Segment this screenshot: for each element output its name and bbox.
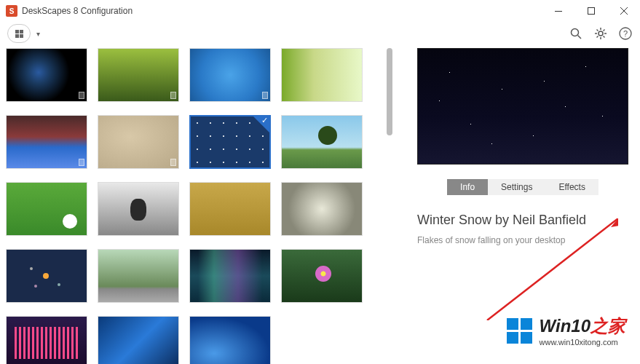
window-title: DeskScapes 8 Configuration	[22, 6, 542, 16]
wallpaper-thumb[interactable]	[6, 182, 87, 236]
wallpaper-thumb[interactable]	[98, 182, 179, 236]
wallpaper-thumb[interactable]	[281, 249, 363, 303]
svg-rect-1	[588, 8, 594, 15]
tab-info[interactable]: Info	[447, 179, 488, 195]
wallpaper-thumb[interactable]	[189, 249, 271, 303]
wallpaper-thumb[interactable]	[281, 115, 363, 169]
tab-settings[interactable]: Settings	[488, 179, 545, 195]
detail-tabs: Info Settings Effects	[417, 179, 628, 195]
svg-line-5	[578, 36, 582, 39]
close-button[interactable]	[607, 0, 640, 22]
wallpaper-thumb[interactable]	[189, 182, 271, 236]
check-icon	[253, 116, 269, 132]
wallpaper-thumb[interactable]	[98, 115, 179, 169]
window-controls	[542, 0, 640, 22]
wallpaper-description: Flakes of snow falling on your desktop	[417, 235, 628, 245]
svg-rect-0	[555, 11, 562, 12]
wallpaper-thumb[interactable]	[98, 48, 179, 102]
wallpaper-thumb[interactable]	[98, 316, 179, 364]
svg-line-13	[597, 36, 598, 38]
titlebar: S DeskScapes 8 Configuration	[0, 0, 640, 22]
gear-icon[interactable]	[593, 26, 608, 41]
wallpaper-thumb-selected[interactable]	[189, 115, 271, 169]
svg-line-11	[597, 30, 598, 31]
app-icon: S	[6, 5, 17, 17]
wallpaper-thumb[interactable]	[281, 182, 363, 236]
windows-logo-icon	[507, 318, 532, 344]
wallpaper-thumb[interactable]	[6, 48, 87, 102]
search-icon[interactable]	[569, 26, 583, 41]
wallpaper-thumb[interactable]	[189, 316, 271, 364]
svg-point-4	[572, 29, 579, 36]
wallpaper-thumb[interactable]	[189, 48, 271, 102]
toolbar: ▾ ?	[0, 22, 640, 45]
watermark-title: Win10之家	[540, 314, 625, 338]
svg-point-6	[598, 31, 603, 36]
tab-effects[interactable]: Effects	[545, 179, 598, 195]
maximize-button[interactable]	[574, 0, 607, 22]
view-menu-button[interactable]: ▾	[7, 24, 31, 43]
minimize-button[interactable]	[542, 0, 574, 22]
svg-text:?: ?	[623, 29, 628, 38]
watermark: Win10之家 www.win10xitong.com	[507, 314, 625, 347]
scrollbar-thumb[interactable]	[387, 48, 392, 135]
wallpaper-preview	[417, 48, 628, 165]
wallpaper-thumb[interactable]	[6, 115, 87, 169]
grid-icon	[15, 30, 23, 38]
wallpaper-gallery	[0, 45, 384, 364]
chevron-down-icon: ▾	[36, 30, 40, 38]
wallpaper-thumb[interactable]	[6, 316, 87, 364]
watermark-url: www.win10xitong.com	[540, 338, 625, 347]
wallpaper-thumb[interactable]	[281, 48, 363, 102]
wallpaper-thumb[interactable]	[6, 249, 87, 303]
svg-line-12	[604, 36, 605, 38]
help-icon[interactable]: ?	[618, 26, 633, 41]
wallpaper-thumb[interactable]	[98, 249, 179, 303]
svg-line-14	[604, 30, 605, 31]
gallery-scrollbar[interactable]	[387, 48, 394, 364]
wallpaper-title: Winter Snow by Neil Banfield	[417, 213, 628, 228]
